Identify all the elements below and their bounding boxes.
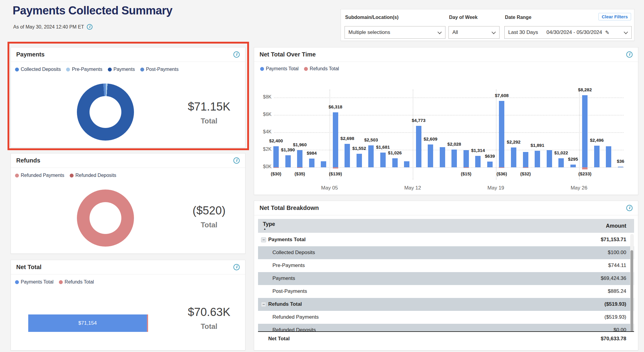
subdomain-dropdown-value: Multiple selections [348,29,390,35]
payments-bar-day-3[interactable] [309,159,314,167]
table-row-payments-total[interactable]: −Payments Total$71,153.71 [258,233,634,246]
refund-bar-day-2[interactable] [297,167,302,168]
payments-bar-day-14[interactable] [440,147,445,167]
net-total-bar-chart[interactable]: $71,154 [28,314,148,332]
table-row-net-total[interactable]: Net Total $70,633.78 [258,331,634,345]
payments-bar-day-1[interactable] [285,155,291,167]
refund-bar-day-0[interactable] [273,167,279,168]
payments-bar-day-21[interactable] [523,152,528,167]
legend-item-payments-total[interactable]: Payments Total [260,66,299,71]
refunded-deposits-dot [70,174,74,178]
bar-value-label: $36 [606,159,635,164]
refund-bar-day-16[interactable] [463,167,469,168]
payments-total-dot [260,67,264,71]
row-amount: $70,633.78 [601,336,626,342]
net-total-value: $70.63K [175,306,244,319]
legend-item-collected-deposits[interactable]: Collected Deposits [15,67,61,72]
legend-label: Refunds Total [65,279,94,285]
table-header-row: Type ▲ Amount [258,219,634,233]
payments-card: Payments i Collected DepositsPre-Payment… [11,47,245,148]
legend-item-payments-total[interactable]: Payments Total [15,279,53,285]
info-icon[interactable]: i [233,264,240,270]
net-total-legend: Payments TotalRefunds Total [15,279,94,285]
row-type: Refunds Total [268,301,302,307]
collapse-minus-icon[interactable]: − [261,237,266,242]
payments-bar-day-10[interactable] [392,158,398,167]
legend-label: Payments Total [266,66,299,71]
x-axis-label: May 26 [563,185,596,191]
row-type: Payments [272,275,295,281]
refund-bar-day-19[interactable] [499,167,504,168]
collapse-minus-icon[interactable]: − [261,302,266,307]
payments-total-bar[interactable]: $71,154 [28,314,147,332]
table-row-post-payments[interactable]: Post-Payments$885.24 [258,285,634,298]
clear-filters-button[interactable]: Clear Filters [598,13,631,20]
payments-bar-day-7[interactable] [357,154,362,167]
payments-card-header: Payments i [11,47,245,62]
refund-value-label: ($139) [321,171,350,176]
refund-bar-day-5[interactable] [333,167,338,168]
table-row-collected-deposits[interactable]: Collected Deposits$100.00 [258,246,634,259]
sort-ascending-icon[interactable]: ▲ [263,227,266,230]
payments-bar-day-15[interactable] [451,150,457,167]
date-range-dropdown[interactable]: Last 30 Days 04/30/2024 - 05/30/2024 ✎ [504,26,632,39]
table-row-pre-payments[interactable]: Pre-Payments$744.11 [258,259,634,272]
payments-bar-day-11[interactable] [404,161,409,167]
refund-bar-day-26[interactable] [582,167,588,169]
scrollbar-thumb[interactable] [630,250,633,345]
x-gridline [330,90,330,180]
y-gridline [274,132,624,133]
payments-bar-day-20[interactable] [511,147,516,167]
table-row-refunded-payments[interactable]: Refunded Payments($519.93) [258,311,634,324]
column-header-type[interactable]: Type [263,221,275,227]
payments-bar-day-25[interactable] [570,165,576,167]
legend-item-post-payments[interactable]: Post-Payments [140,67,178,72]
legend-item-refunded-deposits[interactable]: Refunded Deposits [70,173,116,178]
filter-panel: Subdomain/Location(s) Day of Week Date R… [341,9,634,41]
payments-bar-day-28[interactable] [606,146,611,167]
refunds-total-bar[interactable] [147,314,148,332]
legend-item-refunds-total[interactable]: Refunds Total [304,66,339,71]
day-of-week-dropdown[interactable]: All [448,26,500,39]
legend-item-payments[interactable]: Payments [108,67,135,72]
payments-bar-day-22[interactable] [535,151,540,167]
legend-label: Refunded Deposits [75,173,116,178]
bar-value-label: $8,282 [570,87,599,92]
x-gridline [413,90,413,180]
pre-payments-dot [66,68,70,71]
payments-bar-day-4[interactable] [321,161,326,167]
refunds-total-dot [59,280,63,284]
column-header-amount[interactable]: Amount [606,223,626,229]
legend-item-refunded-payments[interactable]: Refunded Payments [15,173,64,178]
info-icon[interactable]: i [233,51,240,58]
payments-bar-day-29[interactable] [618,167,623,167]
y-axis-label: $0K [255,164,272,169]
legend-item-pre-payments[interactable]: Pre-Payments [66,67,102,72]
info-icon[interactable]: i [233,157,240,164]
table-row-payments[interactable]: Payments$69,424.36 [258,272,634,285]
chevron-down-icon [624,30,628,34]
payments-bar-day-26[interactable] [582,95,588,167]
payments-bar-day-12[interactable] [416,126,421,167]
payments-donut-chart[interactable] [77,83,134,141]
refunds-total-dot [304,67,308,71]
payments-bar-day-18[interactable] [487,162,493,167]
legend-item-refunds-total[interactable]: Refunds Total [59,279,94,285]
refunds-donut-chart[interactable] [77,190,134,247]
info-icon[interactable]: i [626,205,633,211]
bar-value-label: $2,503 [357,137,385,142]
payments-bar-day-13[interactable] [428,144,433,167]
info-icon[interactable]: i [626,51,633,58]
breakdown-card-header: Net Total Breakdown i [254,201,638,215]
net-total-caption: Total [175,322,244,331]
payments-bar-day-19[interactable] [499,101,504,167]
scrollbar-track[interactable] [630,234,634,344]
net-total-breakdown-card: Net Total Breakdown i Type ▲ Amount −Pay… [254,201,638,350]
subdomain-filter-label: Subdomain/Location(s) [345,15,399,20]
edit-pencil-icon[interactable]: ✎ [605,29,609,36]
info-icon[interactable]: i [87,24,93,30]
payments-bar-day-27[interactable] [594,146,600,167]
table-row-refunds-total[interactable]: −Refunds Total($519.93) [258,298,634,311]
subdomain-dropdown[interactable]: Multiple selections [345,26,445,39]
refund-bar-day-21[interactable] [523,167,528,168]
